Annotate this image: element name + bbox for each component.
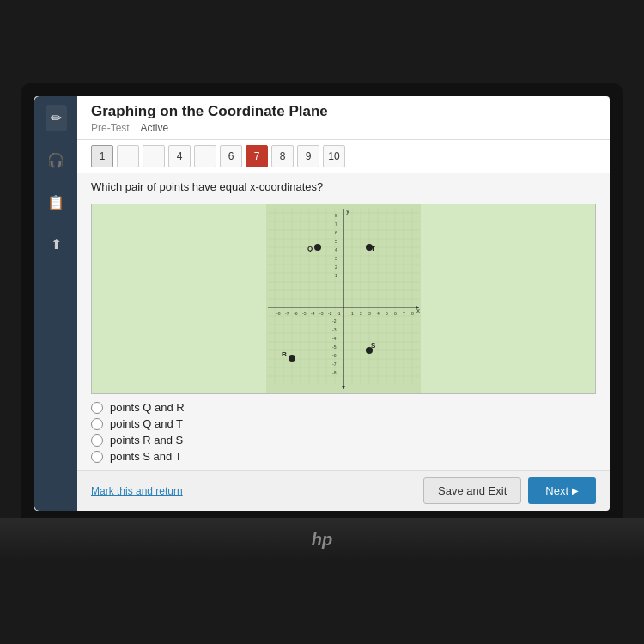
question-btn-6[interactable]: 6 — [220, 145, 242, 167]
svg-text:-4: -4 — [311, 311, 315, 316]
question-btn-5[interactable] — [194, 145, 216, 167]
svg-text:-8: -8 — [276, 311, 281, 316]
question-btn-8[interactable]: 8 — [271, 145, 294, 167]
svg-text:-6: -6 — [332, 353, 337, 358]
point-r — [289, 355, 295, 362]
calculator-icon[interactable]: 📋 — [42, 189, 70, 216]
svg-text:-2: -2 — [328, 311, 332, 316]
radio-c[interactable] — [91, 434, 103, 447]
mark-return-link[interactable]: Mark this and return — [91, 485, 183, 497]
svg-text:-7: -7 — [332, 361, 337, 367]
svg-text:5: 5 — [335, 239, 337, 244]
question-area: Which pair of points have equal x-coordi… — [77, 173, 610, 204]
answer-choice-d[interactable]: points S and T — [91, 450, 596, 463]
answer-choice-a[interactable]: points Q and R — [91, 401, 596, 414]
pencil-icon[interactable]: ✏ — [46, 105, 67, 131]
svg-text:-7: -7 — [285, 311, 289, 316]
header: Graphing on the Coordinate Plane Pre-Tes… — [77, 96, 610, 140]
svg-text:x: x — [416, 307, 420, 314]
svg-text:-2: -2 — [332, 319, 337, 324]
question-btn-10[interactable]: 10 — [323, 145, 345, 167]
graph-container: x y -8 -7 -6 -5 -4 -3 -2 -1 1 — [91, 204, 596, 394]
svg-text:8: 8 — [335, 213, 337, 218]
answer-label-c: points R and S — [110, 434, 183, 447]
answer-choice-c[interactable]: points R and S — [91, 434, 596, 447]
radio-b[interactable] — [91, 418, 103, 430]
svg-text:5: 5 — [386, 311, 388, 316]
svg-text:3: 3 — [335, 256, 337, 261]
svg-text:6: 6 — [394, 311, 397, 316]
answer-label-d: points S and T — [110, 450, 182, 463]
coordinate-graph: x y -8 -7 -6 -5 -4 -3 -2 -1 1 — [197, 204, 489, 393]
question-btn-1[interactable]: 1 — [91, 145, 113, 167]
pre-test-label: Pre-Test — [91, 122, 130, 134]
save-exit-button[interactable]: Save and Exit — [423, 477, 521, 504]
svg-text:-6: -6 — [294, 311, 298, 316]
header-subtitle: Pre-Test Active — [91, 122, 596, 134]
question-btn-2[interactable] — [117, 145, 139, 167]
status-badge: Active — [140, 122, 168, 134]
main-content: Graphing on the Coordinate Plane Pre-Tes… — [77, 96, 610, 511]
answer-choices: points Q and R points Q and T points R a… — [77, 394, 610, 470]
svg-text:7: 7 — [403, 311, 405, 316]
svg-text:2: 2 — [335, 264, 337, 270]
svg-text:8: 8 — [411, 311, 414, 316]
svg-text:-5: -5 — [332, 344, 337, 349]
footer: Mark this and return Save and Exit Next — [77, 470, 610, 511]
svg-text:7: 7 — [335, 222, 337, 227]
question-nav: 1 4 6 7 8 9 10 — [77, 140, 610, 173]
svg-text:-3: -3 — [319, 311, 324, 316]
svg-text:4: 4 — [335, 247, 337, 252]
svg-text:y: y — [346, 207, 349, 215]
svg-text:Q: Q — [307, 245, 313, 252]
svg-text:6: 6 — [335, 230, 337, 235]
svg-text:-3: -3 — [332, 327, 337, 332]
next-button[interactable]: Next — [528, 477, 596, 504]
svg-text:1: 1 — [351, 311, 354, 316]
answer-choice-b[interactable]: points Q and T — [91, 417, 596, 430]
answer-label-a: points Q and R — [110, 401, 185, 414]
svg-text:4: 4 — [377, 311, 380, 316]
question-btn-4[interactable]: 4 — [168, 145, 191, 167]
sidebar: ✏ 🎧 📋 ⬆ — [34, 96, 77, 511]
upload-icon[interactable]: ⬆ — [46, 231, 67, 258]
svg-text:1: 1 — [335, 273, 337, 278]
question-text: Which pair of points have equal x-coordi… — [91, 180, 596, 193]
svg-text:2: 2 — [360, 311, 362, 316]
svg-text:T: T — [371, 245, 375, 252]
radio-d[interactable] — [91, 451, 103, 463]
svg-text:R: R — [282, 350, 287, 358]
headphones-icon[interactable]: 🎧 — [42, 147, 70, 173]
point-q — [314, 244, 321, 251]
svg-text:-1: -1 — [337, 311, 341, 316]
answer-label-b: points Q and T — [110, 417, 183, 430]
svg-text:-5: -5 — [302, 311, 307, 316]
hp-logo: hp — [312, 530, 332, 550]
question-btn-9[interactable]: 9 — [297, 145, 319, 167]
svg-text:-4: -4 — [332, 336, 337, 341]
question-btn-7[interactable]: 7 — [246, 145, 268, 167]
svg-text:-8: -8 — [332, 370, 337, 375]
radio-a[interactable] — [91, 402, 103, 414]
question-btn-3[interactable] — [143, 145, 165, 167]
svg-text:3: 3 — [368, 311, 371, 316]
page-title: Graphing on the Coordinate Plane — [91, 103, 596, 120]
footer-buttons: Save and Exit Next — [423, 477, 596, 504]
svg-text:S: S — [371, 342, 376, 349]
